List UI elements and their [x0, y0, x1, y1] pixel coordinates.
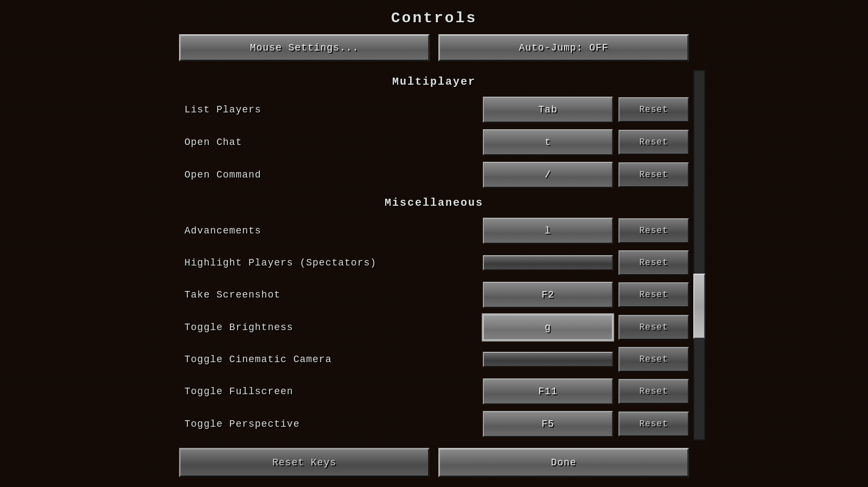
open-command-label: Open Command: [179, 169, 483, 180]
mouse-settings-button[interactable]: Mouse Settings...: [179, 34, 430, 61]
open-chat-label: Open Chat: [179, 137, 483, 148]
open-chat-reset-button[interactable]: Reset: [618, 130, 689, 155]
multiplayer-section-title: Multiplayer: [392, 75, 476, 88]
page-title: Controls: [391, 10, 477, 27]
toggle-perspective-label: Toggle Perspective: [179, 419, 483, 429]
auto-jump-button[interactable]: Auto-Jump: OFF: [438, 34, 689, 61]
take-screenshot-key-button[interactable]: F2: [483, 282, 613, 308]
bottom-button-bar: Reset Keys Done: [179, 448, 689, 477]
take-screenshot-row: Take Screenshot F2 Reset: [179, 279, 689, 311]
advancements-reset-button[interactable]: Reset: [618, 218, 689, 243]
toggle-brightness-row: Toggle Brightness g Reset: [179, 311, 689, 344]
scrollbar-thumb[interactable]: [693, 274, 705, 339]
controls-screen: Controls Mouse Settings... Auto-Jump: OF…: [179, 0, 689, 477]
toggle-fullscreen-label: Toggle Fullscreen: [179, 386, 483, 397]
open-chat-key-button[interactable]: t: [483, 129, 613, 155]
list-players-label: List Players: [179, 104, 483, 115]
take-screenshot-reset-button[interactable]: Reset: [618, 282, 689, 307]
toggle-cinematic-key-button[interactable]: [483, 352, 613, 367]
toggle-perspective-key-button[interactable]: F5: [483, 411, 613, 437]
misc-section-title: Miscellaneous: [385, 197, 483, 209]
done-button[interactable]: Done: [438, 448, 689, 477]
advancements-label: Advancements: [179, 225, 483, 236]
open-command-key-button[interactable]: /: [483, 162, 613, 188]
scroll-area: Multiplayer List Players Tab Reset Open …: [179, 70, 689, 440]
highlight-players-key-button[interactable]: [483, 255, 613, 270]
list-players-key-button[interactable]: Tab: [483, 97, 613, 123]
list-players-row: List Players Tab Reset: [179, 93, 689, 126]
toggle-cinematic-row: Toggle Cinematic Camera Reset: [179, 344, 689, 375]
misc-section-header: Miscellaneous: [179, 191, 689, 214]
open-command-row: Open Command / Reset: [179, 159, 689, 191]
open-chat-row: Open Chat t Reset: [179, 126, 689, 159]
list-players-reset-button[interactable]: Reset: [618, 97, 689, 122]
toggle-perspective-row: Toggle Perspective F5 Reset: [179, 408, 689, 440]
toggle-fullscreen-row: Toggle Fullscreen F11 Reset: [179, 375, 689, 408]
toggle-cinematic-label: Toggle Cinematic Camera: [179, 354, 483, 365]
toggle-cinematic-reset-button[interactable]: Reset: [618, 347, 689, 372]
highlight-players-reset-button[interactable]: Reset: [618, 250, 689, 275]
highlight-players-label: Highlight Players (Spectators): [179, 257, 483, 268]
scroll-content: Multiplayer List Players Tab Reset Open …: [179, 70, 689, 440]
toggle-brightness-reset-button[interactable]: Reset: [618, 315, 689, 340]
toggle-brightness-key-button[interactable]: g: [483, 314, 613, 340]
top-button-bar: Mouse Settings... Auto-Jump: OFF: [179, 34, 689, 61]
toggle-brightness-label: Toggle Brightness: [179, 322, 483, 333]
open-command-reset-button[interactable]: Reset: [618, 162, 689, 187]
reset-keys-button[interactable]: Reset Keys: [179, 448, 430, 477]
take-screenshot-label: Take Screenshot: [179, 289, 483, 300]
toggle-fullscreen-key-button[interactable]: F11: [483, 378, 613, 404]
advancements-key-button[interactable]: l: [483, 218, 613, 244]
toggle-fullscreen-reset-button[interactable]: Reset: [618, 379, 689, 404]
highlight-players-row: Highlight Players (Spectators) Reset: [179, 247, 689, 279]
toggle-perspective-reset-button[interactable]: Reset: [618, 412, 689, 437]
multiplayer-section-header: Multiplayer: [179, 70, 689, 93]
scrollbar-track: [693, 70, 705, 440]
advancements-row: Advancements l Reset: [179, 214, 689, 247]
